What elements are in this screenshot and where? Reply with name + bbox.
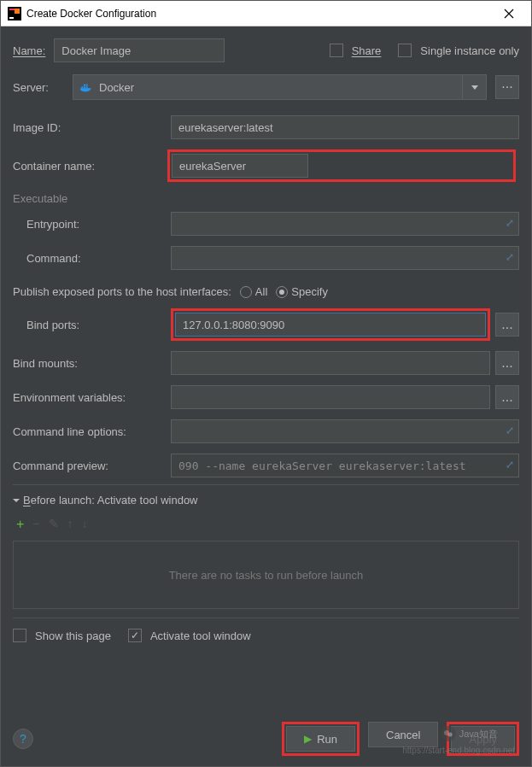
show-this-page-checkbox[interactable]	[13, 629, 26, 642]
svg-rect-5	[84, 86, 85, 88]
image-id-label: Image ID:	[13, 121, 171, 134]
expand-icon[interactable]: ⤢	[506, 251, 514, 263]
show-this-page-label: Show this page	[35, 629, 111, 642]
cmd-preview-label: Command preview:	[13, 460, 171, 472]
server-more-button[interactable]: ···	[495, 75, 519, 99]
cmd-options-label: Command line options:	[13, 425, 171, 438]
server-value: Docker	[99, 81, 134, 94]
titlebar[interactable]: Create Docker Configuration	[1, 1, 531, 26]
command-input[interactable]	[171, 246, 519, 270]
bind-ports-more-button[interactable]: ...	[495, 313, 519, 337]
apply-button[interactable]: Apply	[451, 726, 515, 752]
bind-mounts-more-button[interactable]: ...	[495, 351, 519, 375]
env-vars-input[interactable]	[171, 385, 490, 409]
before-launch-toolbar: + − ✎ ↑ ↓	[13, 513, 519, 536]
entrypoint-label: Entrypoint:	[26, 218, 171, 231]
before-launch-empty: There are no tasks to run before launch	[13, 541, 519, 609]
env-vars-label: Environment variables:	[13, 391, 171, 404]
expand-icon[interactable]: ⤢	[506, 217, 514, 229]
edit-icon[interactable]: ✎	[49, 517, 59, 532]
container-name-input[interactable]	[172, 154, 308, 178]
server-select[interactable]: Docker	[73, 74, 463, 100]
help-button[interactable]: ?	[13, 729, 33, 749]
svg-rect-3	[15, 9, 20, 14]
close-icon[interactable]	[494, 2, 524, 26]
bind-ports-label: Bind ports:	[26, 319, 171, 331]
add-icon[interactable]: +	[16, 517, 24, 532]
ports-specify-radio[interactable]	[276, 286, 288, 298]
expand-icon[interactable]: ⤢	[506, 459, 514, 471]
entrypoint-input[interactable]	[171, 212, 519, 236]
env-vars-more-button[interactable]: ...	[495, 385, 519, 409]
svg-rect-6	[86, 86, 88, 88]
executable-header: Executable	[13, 192, 519, 205]
chevron-down-icon	[13, 497, 20, 504]
remove-icon[interactable]: −	[32, 517, 39, 532]
server-label: Server:	[13, 81, 64, 94]
share-label: Share	[352, 44, 382, 57]
server-dropdown-button[interactable]	[463, 74, 487, 100]
activate-tool-window-checkbox[interactable]	[128, 629, 142, 642]
svg-rect-2	[9, 17, 14, 19]
ports-specify-label: Specify	[291, 285, 328, 298]
name-input[interactable]	[54, 38, 225, 62]
single-instance-checkbox[interactable]	[398, 44, 412, 57]
bind-ports-input[interactable]	[175, 313, 486, 337]
before-launch-header[interactable]: BBefore launch: Activate tool windowefor…	[13, 494, 519, 506]
publish-ports-label: Publish exposed ports to the host interf…	[13, 285, 231, 298]
play-icon: ▶	[304, 733, 312, 745]
up-icon[interactable]: ↑	[67, 517, 73, 532]
container-name-label: Container name:	[13, 160, 171, 173]
intellij-icon	[8, 7, 21, 20]
svg-rect-8	[86, 85, 88, 86]
single-instance-label: Single instance only	[420, 44, 519, 57]
window-title: Create Docker Configuration	[26, 8, 494, 20]
docker-icon	[80, 82, 94, 92]
ports-all-label: All	[255, 285, 267, 298]
image-id-input[interactable]	[171, 115, 519, 139]
svg-rect-4	[81, 86, 83, 88]
down-icon[interactable]: ↓	[82, 517, 88, 532]
chevron-down-icon	[471, 85, 478, 90]
svg-rect-1	[9, 9, 15, 10]
cmd-preview-input	[171, 454, 519, 477]
ports-all-radio[interactable]	[240, 286, 252, 298]
name-label: Name:	[13, 44, 45, 57]
cmd-options-input[interactable]	[171, 419, 519, 443]
bind-mounts-label: Bind mounts:	[13, 357, 171, 370]
run-button[interactable]: ▶ Run	[286, 726, 355, 752]
dialog-window: Create Docker Configuration Name: Share …	[0, 0, 532, 767]
expand-icon[interactable]: ⤢	[506, 424, 514, 436]
activate-tool-window-label: Activate tool window	[150, 629, 251, 642]
bind-mounts-input[interactable]	[171, 351, 490, 375]
svg-rect-7	[84, 85, 85, 86]
share-checkbox[interactable]	[330, 44, 343, 57]
cancel-button[interactable]: Cancel	[368, 722, 438, 747]
command-label: Command:	[26, 252, 171, 265]
